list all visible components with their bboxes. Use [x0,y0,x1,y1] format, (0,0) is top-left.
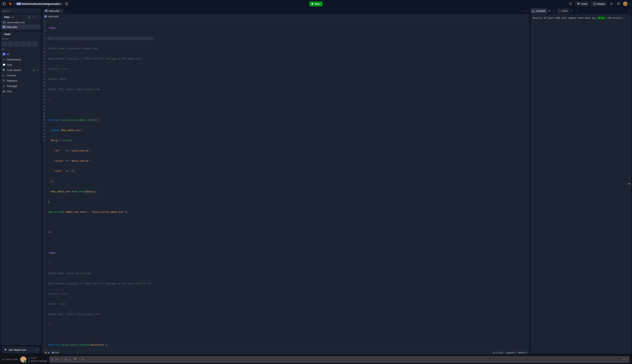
search-button[interactable] [568,1,573,6]
close-icon[interactable]: ✕ [552,9,556,13]
notifications-button[interactable] [609,1,614,6]
console-output[interactable]: Results of your code will appear here wh… [531,14,631,354]
ai-icon [3,53,5,56]
add-tab-button[interactable]: ＋ [575,9,578,12]
recent-tool-slot[interactable] [2,42,7,47]
channel-item[interactable]: # support-editorial [29,360,47,362]
new-folder-button[interactable] [32,15,36,19]
php-file-icon [45,10,47,12]
code-content[interactable]: <?php /* Plugin Name: Hello World Admin … [47,19,153,350]
code-icon[interactable]: ⧉ [82,358,84,361]
close-icon[interactable]: ✕ [36,348,38,351]
shell-icon: ⬚ [559,10,561,12]
tab-console[interactable]: ▸_ Console [531,8,547,14]
files-header[interactable]: ⌄ Files [2,16,14,18]
console-hint-pre: Results of your code will appear here wh… [533,17,596,19]
join-core-button[interactable]: Join Replit Core ✕ [2,346,40,353]
tool-item-chat[interactable]: 💬Chat [2,62,40,67]
indent-setting[interactable]: • Spaces: 2 [505,352,516,354]
svg-line-9 [571,4,572,5]
tool-item-ai[interactable]: AI [2,52,40,56]
search-input[interactable] [1,10,41,12]
tab-shell[interactable]: ⬚ Shell [557,8,569,14]
discord-user-avatar[interactable] [20,356,26,362]
recent-tool-slot[interactable] [20,42,25,47]
recent-tool-slot[interactable] [32,42,38,47]
database-icon: ☷ [3,79,5,82]
help-button[interactable]: ? [616,1,621,6]
audio-icon[interactable]: 🎤 [73,358,76,361]
chevron-down-icon: ▾ [629,3,630,5]
chevron-down-icon: ▾ [627,358,628,361]
video-icon[interactable]: ▭ [69,358,71,361]
status-lang[interactable]: PHP [52,352,59,354]
editor-pane: index.php ✕ ＋ ⋯ index.php 123456789 1011… [43,8,529,354]
debugger-icon: ▸ [3,84,5,87]
close-tab-icon[interactable]: ✕ [60,10,62,12]
tool-item-database[interactable]: ☷Database [2,78,40,83]
recent-tools-row [2,42,40,47]
editor-tabbar: index.php ✕ ＋ ⋯ [43,8,529,14]
mention-icon[interactable]: @ [64,358,67,361]
breadcrumb-bar: index.php [43,14,529,19]
cursor-position[interactable]: Ln 1, Col 1 [493,352,503,354]
add-tab-button[interactable]: ＋ [67,9,69,12]
channel-item[interactable]: # social [29,356,47,359]
shortcut-label: ⌘ ⇧ F [33,69,39,71]
toggle-sidebar-button[interactable] [2,1,7,6]
php-badge-icon: php [17,2,21,5]
chevron-down-icon: ⌄ [2,16,4,18]
layout-button[interactable] [64,1,69,6]
deploy-label: Deploy [597,2,605,5]
replit-logo[interactable] [8,1,13,6]
pane-menu-button[interactable]: ⋯ [626,8,631,14]
console-hint-post: the project. [607,17,624,19]
project-selector[interactable]: php DefiantAuthenticCodegeneration ▾ [15,2,63,6]
right-tabbar: ▸_ Console 🗑 ✕ ⬚ Shell ✕ ＋ ⋯ [530,8,632,14]
message-composer[interactable]: ⊕ Aa ☺ @ ▭ 🎤 | ⧉ ➤ ▾ [49,356,630,363]
invite-button[interactable]: Invite [575,1,589,6]
file-item-index[interactable]: index.php [2,24,40,29]
close-icon[interactable]: ✕ [570,9,574,13]
new-file-button[interactable] [28,15,32,19]
tool-item-docs[interactable]: ▤Docs [2,89,40,94]
markdown-file-icon [3,21,5,24]
svg-marker-7 [312,3,314,5]
status-ai[interactable]: ✨ AI [44,351,50,354]
files-label: Files [4,16,10,18]
editor-tab-index[interactable]: index.php ✕ [43,8,64,14]
editor-menu-button[interactable]: ⋯ [523,8,528,14]
add-attachment-icon[interactable]: ⊕ [51,358,53,361]
new-folder-label[interactable]: New Folder [6,358,18,361]
svg-point-8 [569,3,571,4]
tool-item-codesearch[interactable]: 🔍Code Search⌘ ⇧ F [2,68,40,72]
tool-item-debugger[interactable]: ▸Debugger [2,84,40,88]
recent-tool-slot[interactable] [14,42,19,47]
trash-icon[interactable]: 🗑 [548,9,551,13]
docs-icon: ▤ [3,90,5,92]
files-menu-button[interactable]: ⋮ [36,15,40,19]
status-bar: ✨ AI PHP Ln 1, Col 1 • Spaces: 2 History… [43,350,529,354]
sparkle-icon [4,348,7,351]
deploy-button[interactable]: Deploy [591,1,607,6]
all-label: All [2,48,40,51]
add-folder-icon[interactable]: ⊕ [2,358,4,361]
format-icon[interactable]: Aa [55,358,58,361]
recent-label: Recent [2,37,40,41]
send-icon[interactable]: ➤ [623,358,625,361]
recent-tool-slot[interactable] [8,42,13,47]
emoji-icon[interactable]: ☺ [60,358,63,361]
history-button[interactable]: History ⟳ [518,351,527,354]
tool-item-deployments[interactable]: ⇪Deployments [2,57,40,62]
chevron-down-icon: ⌄ [2,33,4,35]
run-button[interactable]: Run [309,1,323,6]
run-hint-button[interactable]: ▶ Run [597,16,606,20]
code-editor[interactable]: 123456789 1011121314151617181920212223 2… [43,19,529,350]
file-item-conversation[interactable]: conversation.md [2,20,40,24]
sidebar-search[interactable] [1,8,41,14]
tool-item-console[interactable]: ▸_Console [2,73,40,78]
user-avatar[interactable] [623,2,628,6]
channel-list: # social # support-editorial [29,356,47,362]
recent-tool-slot[interactable] [26,42,32,47]
tools-header[interactable]: ⌄ Tools [2,33,11,36]
